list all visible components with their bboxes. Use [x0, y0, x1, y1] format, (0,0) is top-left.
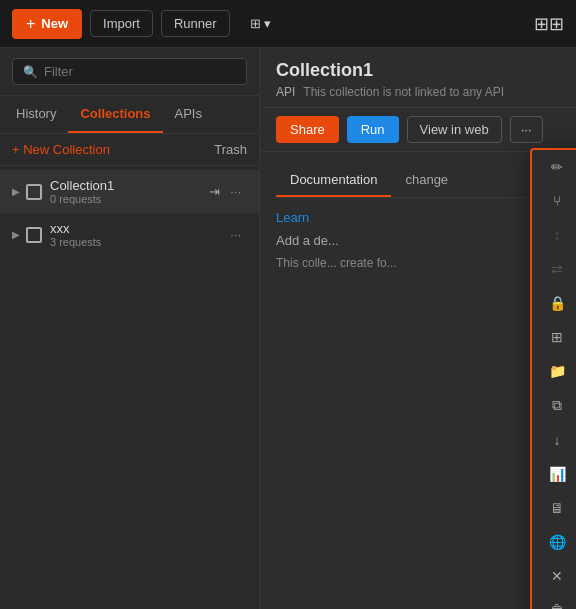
menu-item-add-request[interactable]: ⊞ Add Request: [532, 320, 576, 354]
layout-icon: ⊞ ▾: [250, 16, 272, 31]
collection-name: Collection1: [50, 178, 209, 193]
more-options-button[interactable]: ···: [510, 116, 543, 143]
import-label: Import: [103, 16, 140, 31]
menu-item-duplicate[interactable]: ⧉ Duplicate: [532, 388, 576, 423]
add-description[interactable]: Add a de...: [276, 233, 560, 248]
collection-more-button[interactable]: ···: [224, 225, 247, 244]
share-button[interactable]: Share: [276, 116, 339, 143]
menu-item-delete[interactable]: 🗑 Delete: [532, 593, 576, 609]
runner-label: Runner: [174, 16, 217, 31]
import-button[interactable]: Import: [90, 10, 153, 37]
content-area: Collection1 API This collection is not l…: [260, 48, 576, 609]
new-label: New: [41, 16, 68, 31]
collection-requests: 0 requests: [50, 193, 209, 205]
monitor-icon: 📊: [548, 466, 566, 482]
export-icon: ↓: [548, 432, 566, 448]
content-tabs: Documentation change: [276, 164, 560, 198]
collection-info: Collection1 0 requests: [50, 178, 209, 205]
new-collection-label: + New Collection: [12, 142, 110, 157]
trash-label: Trash: [214, 142, 247, 157]
menu-item-export[interactable]: ↓ Export: [532, 423, 576, 457]
folder-icon: 📁: [548, 363, 566, 379]
menu-item-merge-changes: ⇄ Merge changes: [532, 252, 576, 286]
collection-icon: [26, 227, 42, 243]
menu-item-remove-workspace[interactable]: ✕ Remove from workspace: [532, 559, 576, 593]
menu-item-create-fork[interactable]: ⑂ Create a fork: [532, 184, 576, 218]
run-button[interactable]: Run: [347, 116, 399, 143]
new-collection-button[interactable]: + New Collection: [12, 142, 110, 157]
menu-item-edit[interactable]: ✏ Edit: [532, 150, 576, 184]
sidebar: 🔍 History Collections APIs + New Collect…: [0, 48, 260, 609]
fork-icon: ⑂: [548, 193, 566, 209]
tab-change[interactable]: change: [391, 164, 462, 197]
content-header: Collection1 API This collection is not l…: [260, 48, 576, 108]
lock-icon: 🔒: [548, 295, 566, 311]
tab-apis[interactable]: APIs: [163, 96, 214, 133]
collapse-arrow-icon: ▶: [12, 229, 20, 240]
collapse-arrow-icon: ▶: [12, 186, 20, 197]
new-button[interactable]: + New: [12, 9, 82, 39]
runner-button[interactable]: Runner: [161, 10, 230, 37]
layout-button[interactable]: ⊞ ▾: [238, 11, 284, 36]
tab-history[interactable]: History: [4, 96, 68, 133]
tab-collections[interactable]: Collections: [68, 96, 162, 133]
page-title: Collection1: [276, 60, 560, 81]
menu-item-create-pull-request: ↕ Create Pull Request: [532, 218, 576, 252]
body-description: This colle... create fo...: [276, 256, 560, 270]
collection-more-button[interactable]: ···: [224, 182, 247, 201]
menu-item-mock-collection[interactable]: 🖥 Mock Collection: [532, 491, 576, 525]
add-request-icon: ⊞: [548, 329, 566, 345]
merge-icon: ⇄: [548, 261, 566, 277]
sidebar-search-area: 🔍: [0, 48, 259, 96]
api-description: This collection is not linked to any API: [303, 85, 504, 99]
duplicate-icon: ⧉: [548, 397, 566, 414]
plus-icon: +: [26, 15, 35, 33]
dropdown-menu: ✏ Edit ⑂ Create a fork ↕ Create Pull Req…: [530, 148, 576, 609]
edit-icon: ✏: [548, 159, 566, 175]
toolbar: + New Import Runner ⊞ ▾ ⊞⊞: [0, 0, 576, 48]
sidebar-collapse-icon: ⇥: [209, 184, 220, 199]
search-wrap: 🔍: [12, 58, 247, 85]
trash-button[interactable]: Trash: [214, 142, 247, 157]
collection-requests: 3 requests: [50, 236, 224, 248]
content-body: Documentation change Learn Add a de... T…: [260, 152, 576, 282]
menu-item-publish-docs[interactable]: 🌐 Publish Docs: [532, 525, 576, 559]
tab-documentation[interactable]: Documentation: [276, 164, 391, 197]
main-layout: 🔍 History Collections APIs + New Collect…: [0, 48, 576, 609]
view-in-web-button[interactable]: View in web: [407, 116, 502, 143]
pull-request-icon: ↕: [548, 227, 566, 243]
api-row: API This collection is not linked to any…: [276, 85, 560, 99]
collection-list: ▶ Collection1 0 requests ⇥ ··· ▶ xxx 3 r…: [0, 166, 259, 609]
toolbar-right: ⊞⊞: [534, 13, 564, 35]
api-label: API: [276, 85, 295, 99]
menu-item-manage-roles[interactable]: 🔒 Manage Roles: [532, 286, 576, 320]
search-input[interactable]: [44, 64, 236, 79]
sidebar-actions: + New Collection Trash: [0, 134, 259, 166]
collection-icon: [26, 184, 42, 200]
collection-item[interactable]: ▶ xxx 3 requests ···: [0, 213, 259, 256]
collection-item[interactable]: ▶ Collection1 0 requests ⇥ ···: [0, 170, 259, 213]
delete-icon: 🗑: [548, 602, 566, 609]
learn-link[interactable]: Learn: [276, 210, 560, 225]
content-actions: Share Run View in web ···: [260, 108, 576, 152]
publish-icon: 🌐: [548, 534, 566, 550]
menu-item-monitor-collection[interactable]: 📊 Monitor Collection: [532, 457, 576, 491]
sidebar-tabs: History Collections APIs: [0, 96, 259, 134]
collection-name: xxx: [50, 221, 224, 236]
apps-grid-icon[interactable]: ⊞⊞: [534, 13, 564, 35]
collection-info: xxx 3 requests: [50, 221, 224, 248]
mock-icon: 🖥: [548, 500, 566, 516]
menu-item-add-folder[interactable]: 📁 Add Folder: [532, 354, 576, 388]
remove-icon: ✕: [548, 568, 566, 584]
search-icon: 🔍: [23, 65, 38, 79]
